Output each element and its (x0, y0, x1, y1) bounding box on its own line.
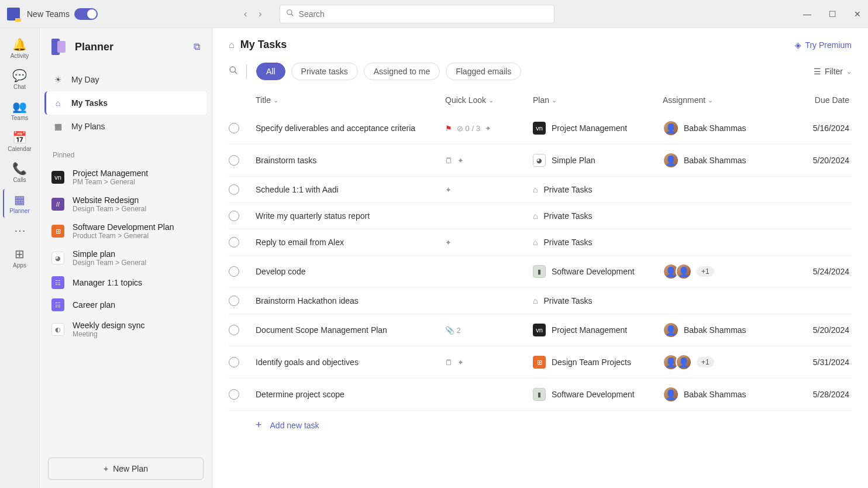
col-plan-sort[interactable]: Plan⌄ (533, 95, 557, 105)
complete-checkbox[interactable] (229, 184, 239, 195)
task-title[interactable]: Specify deliverables and acceptance crit… (256, 123, 415, 133)
avatar (663, 120, 679, 136)
sun-icon: ☀ (53, 75, 63, 84)
star-icon: ✦ (485, 124, 491, 133)
chevron-down-icon: ⌄ (708, 97, 713, 104)
pill-flagged[interactable]: Flagged emails (446, 63, 521, 80)
task-title[interactable]: Document Scope Management Plan (256, 325, 387, 335)
table-row[interactable]: Brainstorm Hackathon ideas ⌂Private Task… (229, 288, 852, 314)
rail-calendar[interactable]: 📅Calendar (4, 127, 36, 156)
table-row[interactable]: Brainstorm tasks 🗒✦ ◕Simple Plan Babak S… (229, 145, 852, 177)
nav-my-tasks[interactable]: ⌂My Tasks (44, 91, 207, 115)
task-search-icon[interactable] (229, 66, 238, 77)
task-title[interactable]: Schedule 1:1 with Aadi (256, 185, 339, 194)
complete-checkbox[interactable] (229, 155, 239, 166)
complete-checkbox[interactable] (229, 123, 239, 133)
try-premium-link[interactable]: ◈Try Premium (795, 40, 852, 50)
table-row[interactable]: Reply to email from Alex ✦ ⌂Private Task… (229, 229, 852, 256)
plan-name: Software Development (552, 390, 635, 399)
pill-assigned[interactable]: Assigned to me (364, 63, 440, 80)
note-icon: 🗒 (445, 156, 453, 165)
new-teams-toggle[interactable] (74, 8, 98, 20)
col-assignment-sort[interactable]: Assignment⌄ (663, 95, 713, 105)
planner-icon: ▦ (14, 193, 25, 207)
rail-chat[interactable]: 💬Chat (4, 65, 36, 94)
col-quick-sort[interactable]: Quick Look⌄ (445, 95, 494, 105)
task-title[interactable]: Write my quarterly status report (256, 211, 370, 221)
due-date: 5/24/2024 (813, 267, 849, 276)
plan-name: Design Team Projects (552, 358, 631, 367)
plan-badge-icon: ⊞ (533, 356, 546, 369)
new-plan-button[interactable]: +New Plan (48, 458, 204, 480)
svg-point-2 (230, 67, 235, 72)
pinned-item[interactable]: ◐ Weekly design syncMeeting (40, 316, 212, 343)
pinned-item[interactable]: ☷ Manager 1:1 topics (40, 272, 212, 294)
pill-all[interactable]: All (256, 63, 285, 80)
pill-private[interactable]: Private tasks (291, 63, 358, 80)
popout-icon[interactable]: ⧉ (194, 42, 200, 52)
task-title[interactable]: Brainstorm tasks (256, 156, 316, 165)
complete-checkbox[interactable] (229, 357, 239, 367)
filter-button[interactable]: ☰Filter⌄ (814, 67, 852, 76)
minimize-button[interactable]: — (803, 9, 811, 19)
search-bar[interactable] (280, 5, 554, 23)
plus-icon: + (256, 419, 262, 431)
pinned-name: Website Redesign (73, 195, 146, 205)
col-due-sort[interactable]: Due Date (815, 95, 849, 105)
plan-name: Software Development (552, 267, 635, 276)
task-title[interactable]: Identify goals and objectives (256, 358, 359, 367)
close-button[interactable]: ✕ (854, 9, 861, 19)
complete-checkbox[interactable] (229, 237, 239, 248)
plan-badge-icon: vn (533, 122, 546, 135)
home-icon: ⌂ (533, 211, 538, 221)
svg-line-3 (235, 71, 237, 74)
plan-badge-icon: // (51, 198, 64, 211)
pinned-item[interactable]: // Website RedesignDesign Team > General (40, 191, 212, 218)
table-row[interactable]: Schedule 1:1 with Aadi ✦ ⌂Private Tasks (229, 177, 852, 203)
complete-checkbox[interactable] (229, 295, 239, 306)
task-title[interactable]: Brainstorm Hackathon ideas (256, 296, 359, 305)
nav-my-day[interactable]: ☀My Day (44, 68, 207, 91)
assignee-name: Babak Shammas (684, 156, 746, 165)
table-row[interactable]: Specify deliverables and acceptance crit… (229, 112, 852, 145)
complete-checkbox[interactable] (229, 266, 239, 277)
task-title[interactable]: Reply to email from Alex (256, 238, 344, 247)
pinned-item[interactable]: vn Project ManagementPM Team > General (40, 164, 212, 191)
col-title-sort[interactable]: Title⌄ (256, 95, 278, 105)
rail-planner[interactable]: ▦Planner (3, 189, 36, 218)
nav-back-icon[interactable]: ‹ (244, 9, 247, 19)
table-row[interactable]: Write my quarterly status report ⌂Privat… (229, 203, 852, 229)
pinned-name: Project Management (73, 169, 148, 178)
rail-calls[interactable]: 📞Calls (4, 158, 36, 187)
rail-teams[interactable]: 👥Teams (4, 96, 36, 125)
nav-forward-icon[interactable]: › (259, 9, 261, 19)
task-title[interactable]: Determine project scope (256, 390, 345, 399)
home-icon: ⌂ (533, 238, 538, 247)
complete-checkbox[interactable] (229, 211, 239, 221)
table-row[interactable]: Develop code ▮Software Development +1 5/… (229, 256, 852, 288)
table-row[interactable]: Document Scope Management Plan 📎 2 vnPro… (229, 314, 852, 346)
pinned-item[interactable]: ⊞ Software Development PlanProduct Team … (40, 218, 212, 245)
table-row[interactable]: Determine project scope ▮Software Develo… (229, 379, 852, 411)
add-task-button[interactable]: + Add new task (229, 411, 852, 439)
rail-apps[interactable]: ⊞Apps (4, 243, 36, 272)
plan-name: Private Tasks (543, 211, 592, 221)
pinned-path: Meeting (73, 330, 144, 338)
complete-checkbox[interactable] (229, 325, 239, 335)
teams-logo-icon (7, 8, 20, 20)
avatar (663, 386, 679, 403)
divider (246, 64, 247, 78)
nav-my-plans[interactable]: ▦My Plans (44, 115, 207, 138)
pinned-item[interactable]: ☷ Career plan (40, 294, 212, 316)
due-date: 5/28/2024 (813, 390, 849, 399)
rail-more[interactable]: ⋯ (4, 220, 36, 241)
search-input[interactable] (299, 9, 548, 19)
task-title[interactable]: Develop code (256, 267, 306, 276)
star-icon: ✦ (457, 358, 464, 367)
table-row[interactable]: Identify goals and objectives 🗒✦ ⊞Design… (229, 346, 852, 379)
rail-activity[interactable]: 🔔Activity (4, 34, 36, 63)
pinned-item[interactable]: ◕ Simple planDesign Team > General (40, 245, 212, 272)
complete-checkbox[interactable] (229, 389, 239, 400)
maximize-button[interactable]: ☐ (829, 9, 836, 19)
assignee-name: Babak Shammas (684, 325, 746, 335)
